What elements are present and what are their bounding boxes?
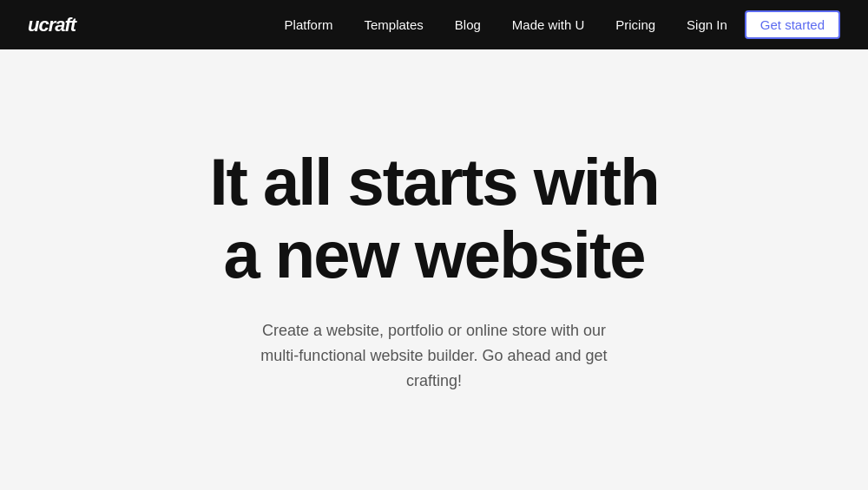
nav-links: Platform Templates Blog Made with U Pric…	[285, 17, 656, 32]
hero-headline-line1: It all starts with	[209, 145, 658, 219]
nav-link-platform[interactable]: Platform	[285, 17, 333, 32]
get-started-button[interactable]: Get started	[745, 10, 840, 39]
navbar: ucraft Platform Templates Blog Made with…	[0, 0, 868, 49]
nav-link-pricing[interactable]: Pricing	[615, 17, 655, 32]
hero-headline: It all starts with a new website	[209, 146, 658, 291]
signin-button[interactable]: Sign In	[687, 17, 727, 32]
nav-link-made-with-u[interactable]: Made with U	[512, 17, 584, 32]
nav-link-blog[interactable]: Blog	[455, 17, 481, 32]
brand-logo[interactable]: ucraft	[28, 14, 76, 36]
nav-actions: Sign In Get started	[687, 10, 840, 39]
nav-link-templates[interactable]: Templates	[364, 17, 423, 32]
hero-section: It all starts with a new website Create …	[0, 49, 868, 490]
hero-headline-line2: a new website	[223, 218, 644, 291]
hero-subtext: Create a website, portfolio or online st…	[252, 318, 616, 393]
